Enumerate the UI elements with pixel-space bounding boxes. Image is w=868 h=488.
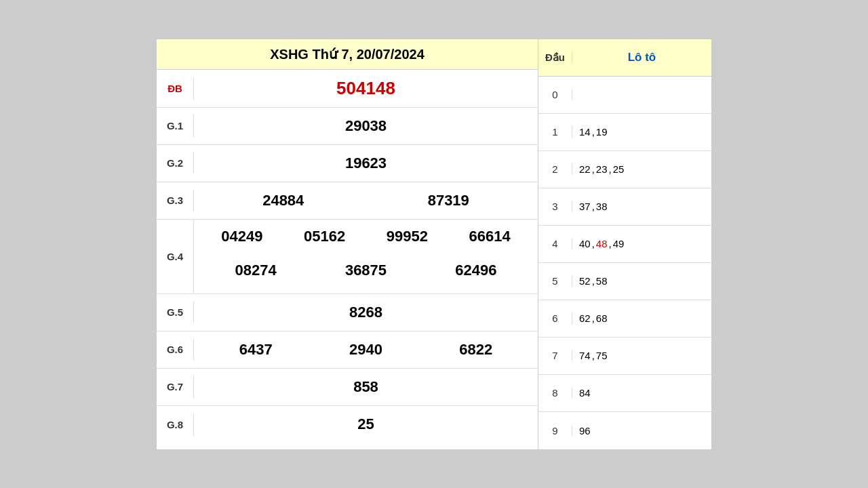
loto-dau-5: 5 [538,275,572,287]
g4-line1: 04249 05162 99952 66614 [194,220,538,253]
number-g6-3: 6822 [454,338,498,361]
number-g8: 25 [352,413,379,436]
loto-dau-6: 6 [538,312,572,324]
number-g2: 19623 [340,152,392,175]
loto-dau-0: 0 [538,89,572,100]
loto-rows: 0114, 19222, 23, 25337, 38440, 48, 49552… [538,77,711,449]
number-g3-1: 24884 [257,189,309,212]
row-g7: G.7 858 [157,369,538,406]
numbers-g2: 19623 [194,146,538,180]
loto-num-22: 22 [579,163,591,175]
number-g5: 8268 [344,301,388,324]
loto-num-84: 84 [579,387,591,399]
loto-numbers-0 [572,89,711,100]
main-container: XSHG Thứ 7, 20/07/2024 ĐB 504148 G.1 290… [156,39,712,450]
loto-numbers-3: 37, 38 [572,195,711,218]
loto-num-74: 74 [579,350,591,361]
number-g7: 858 [348,375,384,399]
row-g6: G.6 6437 2940 6822 [157,331,538,369]
row-db: ĐB 504148 [157,70,538,108]
loto-num-25: 25 [613,163,625,175]
loto-numbers-5: 52, 58 [572,270,711,292]
loto-num-68: 68 [596,312,608,324]
label-g5: G.5 [157,301,194,323]
label-g7: G.7 [157,375,194,398]
number-g4-1: 04249 [216,225,268,248]
loto-num-19: 19 [596,126,608,138]
numbers-g1: 29038 [194,109,538,143]
number-g4-3: 99952 [381,225,433,248]
loto-numbers-4: 40, 48, 49 [572,232,711,255]
loto-row-3: 337, 38 [538,188,711,226]
loto-dau-9: 9 [538,425,572,436]
loto-num-40: 40 [579,238,591,249]
loto-row-0: 0 [538,77,711,114]
number-g4-6: 36875 [340,259,392,282]
loto-num-52: 52 [579,275,591,287]
label-g8: G.8 [157,413,194,436]
number-g6-1: 6437 [234,338,278,361]
loto-num-49: 49 [613,238,625,249]
loto-num-23: 23 [596,163,608,175]
g4-line2: 08274 36875 62496 [194,253,538,287]
loto-dau-7: 7 [538,350,572,361]
loto-num-58: 58 [596,275,608,287]
loto-table: Đầu Lô tô 0114, 19222, 23, 25337, 38440,… [538,39,711,449]
loto-numbers-8: 84 [572,382,711,404]
numbers-g7: 858 [194,370,538,404]
loto-num-48: 48 [596,238,608,249]
numbers-g8: 25 [194,407,538,441]
loto-row-2: 222, 23, 25 [538,151,711,188]
row-g4: G.4 04249 05162 99952 66614 08274 36875 … [157,220,538,294]
numbers-g5: 8268 [194,296,538,329]
row-g3: G.3 24884 87319 [157,182,538,220]
loto-row-6: 662, 68 [538,300,711,338]
label-g2: G.2 [157,152,194,174]
row-g1: G.1 29038 [157,108,538,145]
loto-dau-4: 4 [538,238,572,249]
main-lottery-table: XSHG Thứ 7, 20/07/2024 ĐB 504148 G.1 290… [157,39,538,449]
loto-row-9: 996 [538,412,711,449]
numbers-g6: 6437 2940 6822 [194,333,538,367]
loto-num-37: 37 [579,201,591,212]
number-db: 504148 [331,75,401,102]
numbers-g3: 24884 87319 [194,184,538,218]
row-g8: G.8 25 [157,406,538,443]
loto-num-75: 75 [596,350,608,361]
loto-num-14: 14 [579,126,591,138]
label-g4: G.4 [157,220,194,293]
loto-numbers-2: 22, 23, 25 [572,158,711,180]
numbers-db: 504148 [194,70,538,107]
number-g3-2: 87319 [422,189,475,212]
loto-numbers-1: 14, 19 [572,121,711,143]
number-g4-4: 66614 [464,225,516,248]
label-g3: G.3 [157,189,194,211]
loto-dau-1: 1 [538,126,572,138]
loto-numbers-6: 62, 68 [572,307,711,329]
numbers-g4: 04249 05162 99952 66614 08274 36875 6249… [194,220,538,293]
loto-num-96: 96 [579,425,591,436]
number-g4-2: 05162 [298,225,351,248]
number-g1: 29038 [340,115,392,138]
label-g1: G.1 [157,115,194,137]
loto-dau-2: 2 [538,163,572,175]
number-g4-7: 62496 [450,259,502,282]
loto-num-38: 38 [596,201,608,212]
loto-header: Đầu Lô tô [538,39,711,77]
number-g4-5: 08274 [230,259,282,282]
loto-loto-header: Lô tô [572,51,711,64]
loto-row-1: 114, 19 [538,114,711,151]
loto-row-4: 440, 48, 49 [538,226,711,263]
label-g6: G.6 [157,338,194,361]
row-g5: G.5 8268 [157,294,538,331]
loto-numbers-7: 74, 75 [572,344,711,367]
loto-row-7: 774, 75 [538,338,711,375]
row-g2: G.2 19623 [157,145,538,182]
loto-num-62: 62 [579,312,591,324]
loto-row-5: 552, 58 [538,263,711,300]
loto-dau-header: Đầu [538,52,572,64]
loto-numbers-9: 96 [572,420,711,442]
label-db: ĐB [157,77,194,100]
main-title: XSHG Thứ 7, 20/07/2024 [270,47,425,62]
loto-dau-8: 8 [538,387,572,399]
